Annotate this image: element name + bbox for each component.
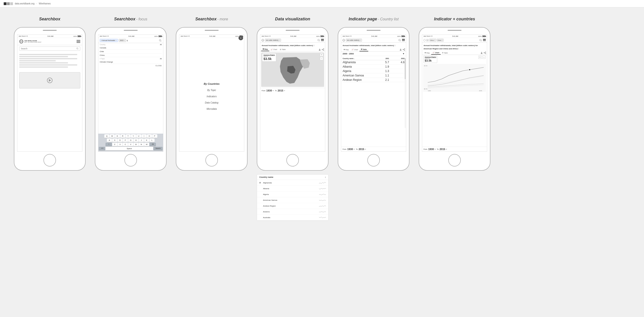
tab-chart-6[interactable]: 📈 Chart xyxy=(431,51,441,55)
tag-indicator-close-5[interactable]: × xyxy=(360,39,361,41)
tab-chart-4[interactable]: 📈 Chart xyxy=(269,48,278,51)
key-X[interactable]: X xyxy=(118,143,122,146)
key-J[interactable]: J xyxy=(139,138,144,142)
chart-zoom-out-6[interactable]: − xyxy=(482,56,486,59)
tab-table-6[interactable]: ⊞ Table xyxy=(441,51,449,55)
tag-indicator-5[interactable]: ion cubic meters) × xyxy=(346,39,362,42)
menu-microdata[interactable]: Microdata xyxy=(206,108,217,110)
year-from-select-5[interactable]: 1930 ▼ xyxy=(347,148,355,151)
menu-indicators[interactable]: Indicators xyxy=(206,95,216,98)
year-to-select-5[interactable]: 2015 ▼ xyxy=(358,148,366,151)
list-item-climate[interactable]: Climate Change xyxy=(100,60,162,64)
search-focus-input[interactable] xyxy=(127,39,132,42)
key-F[interactable]: F xyxy=(123,138,128,142)
zoom-in-btn[interactable]: + xyxy=(320,53,323,57)
tag-close-x-6[interactable]: × xyxy=(426,39,429,42)
play-button-1[interactable] xyxy=(47,78,52,83)
key-W[interactable]: W xyxy=(110,134,115,138)
bpt-row-andorra[interactable]: Andorra xyxy=(257,209,328,215)
list-item-china[interactable]: China xyxy=(100,54,162,57)
hamburger-icon-6[interactable] xyxy=(483,39,486,41)
key-S[interactable]: S xyxy=(112,138,117,142)
key-search[interactable]: Search xyxy=(153,147,162,151)
tag-china-close[interactable]: × xyxy=(442,39,443,41)
tag-annual-freshwater[interactable]: # Annual freshwater × xyxy=(100,39,118,42)
key-C[interactable]: C xyxy=(123,143,128,146)
tag-china-6[interactable]: China × xyxy=(437,39,444,42)
download-icon-4[interactable] xyxy=(318,48,321,51)
key-V[interactable]: V xyxy=(128,143,133,146)
key-shift[interactable]: ⇧ xyxy=(106,143,112,146)
close-button-3[interactable]: × xyxy=(238,36,243,40)
search-icon-2[interactable] xyxy=(159,39,162,42)
key-G[interactable]: G xyxy=(128,138,133,142)
tab-table-4[interactable]: ⊞ Table xyxy=(278,48,287,51)
tag-indicator-close-4[interactable]: × xyxy=(279,39,280,41)
hamburger-icon-1[interactable] xyxy=(76,40,80,43)
key-123[interactable]: .123 xyxy=(99,147,105,151)
key-D[interactable]: D xyxy=(118,138,122,142)
scrollbar-5[interactable] xyxy=(405,58,406,128)
menu-data-catalog[interactable]: Data Catalog xyxy=(205,101,218,104)
key-Q[interactable]: Q xyxy=(104,134,110,138)
tab-map-6[interactable]: 🗺 Map xyxy=(423,51,431,55)
key-O[interactable]: O xyxy=(147,134,152,138)
search-icon-4[interactable] xyxy=(317,39,320,42)
year-from-select-4[interactable]: 1930 ▼ xyxy=(266,89,274,92)
tag-africa-6[interactable]: Africa × xyxy=(429,39,436,42)
hamburger-icon-4[interactable] xyxy=(321,39,324,41)
key-N[interactable]: N xyxy=(139,143,144,146)
key-Z[interactable]: Z xyxy=(112,143,117,146)
search-bar-1[interactable] xyxy=(19,47,80,51)
key-H[interactable]: H xyxy=(134,138,138,142)
year-to-select-6[interactable]: 2015 ▼ xyxy=(440,148,447,151)
share-icon-6[interactable] xyxy=(484,52,486,54)
list-item-canada[interactable]: Canada xyxy=(100,46,162,50)
zoom-out-btn[interactable]: − xyxy=(320,57,323,60)
bpt-row-american-samoa[interactable]: American Samoa xyxy=(257,197,328,203)
chart-zoom-in-6[interactable]: + xyxy=(478,56,482,59)
topic-all[interactable]: All xyxy=(160,58,162,60)
key-B[interactable]: B xyxy=(134,143,138,146)
year-to-select-4[interactable]: 2015 ▼ xyxy=(278,89,285,92)
col-header-2001[interactable]: 2001 xyxy=(374,58,389,59)
col-header-2002[interactable]: 2002 xyxy=(389,58,404,59)
hamburger-icon-5[interactable] xyxy=(402,39,405,41)
list-item-chile[interactable]: Chile xyxy=(100,50,162,54)
key-K[interactable]: K xyxy=(144,138,149,142)
tag-africa-close[interactable]: × xyxy=(434,39,435,41)
search-input-1[interactable] xyxy=(21,48,76,50)
tag-close-icon[interactable]: × xyxy=(116,39,117,42)
menu-by-topic[interactable]: By Topic xyxy=(207,89,216,92)
year-range-dropdown-5[interactable]: ▼ xyxy=(402,53,404,55)
key-A[interactable]: A xyxy=(107,138,112,142)
key-U[interactable]: U xyxy=(136,134,141,138)
tag-2015-close[interactable]: × xyxy=(124,39,125,42)
search-icon-5[interactable] xyxy=(398,39,401,42)
tab-map-5[interactable]: 🗺 Map xyxy=(342,48,350,51)
bpt-row-afghani[interactable]: A Afghanista xyxy=(257,180,328,186)
bpt-row-algeria[interactable]: Algeria xyxy=(257,191,328,197)
download-icon-6[interactable] xyxy=(480,52,483,54)
bpt-row-australia[interactable]: Australia xyxy=(257,215,328,220)
bpt-row-andean[interactable]: Andean Region xyxy=(257,203,328,209)
key-Y[interactable]: Y xyxy=(131,134,136,138)
key-space[interactable]: Space xyxy=(106,147,153,151)
year-from-select-6[interactable]: 1930 ▼ xyxy=(428,148,436,151)
key-I[interactable]: I xyxy=(142,134,147,138)
close-button-2[interactable]: CLOSE xyxy=(100,64,162,67)
scrollbar-thumb-5[interactable] xyxy=(405,58,406,79)
tab-chart-5[interactable]: 📈 Chart xyxy=(350,48,360,51)
col-header-country[interactable]: Country name ↓ xyxy=(342,58,374,59)
tag-indicator-4[interactable]: ion cubic meters) × xyxy=(265,39,281,42)
tag-2015[interactable]: 2015 × xyxy=(119,39,126,42)
share-icon-5[interactable] xyxy=(403,48,405,51)
bpt-row-albania[interactable]: Albania xyxy=(257,186,328,191)
key-P[interactable]: P xyxy=(152,134,157,138)
bpt-sort-icon[interactable]: ↕ xyxy=(325,176,326,178)
tab-map-4[interactable]: 🗺 Map xyxy=(261,48,269,51)
share-icon-4[interactable] xyxy=(322,48,324,51)
key-M[interactable]: M xyxy=(144,143,149,146)
country-all[interactable]: All xyxy=(160,44,162,45)
key-L[interactable]: L xyxy=(150,138,154,142)
